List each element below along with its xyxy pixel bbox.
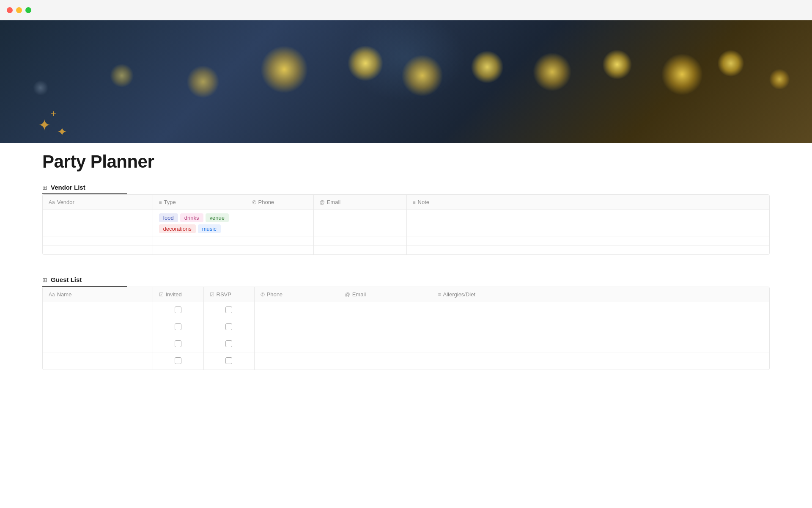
tag-decorations[interactable]: decorations [159, 224, 196, 233]
guest-col-icon-phone: ✆ [261, 292, 265, 298]
sparkle-icon-2: ✦ [57, 126, 67, 138]
vendor-cell-note[interactable] [406, 210, 525, 237]
vendor-cell-name[interactable] [43, 210, 153, 237]
vendor-cell-email-2[interactable] [313, 237, 406, 246]
guest-col-icon-name: Aa [49, 292, 55, 298]
rsvp-checkbox-4[interactable] [225, 357, 232, 364]
sparkle-icon-1: ✦ [38, 118, 51, 133]
vendor-col-icon-type: ≡ [159, 199, 162, 205]
vendor-col-type: ≡Type [153, 195, 246, 210]
vendor-section-header: ⊞ Vendor List [42, 184, 127, 194]
guest-cell-rsvp-4[interactable] [203, 353, 254, 370]
guest-cell-phone-3[interactable] [254, 336, 339, 353]
guest-table-row [43, 336, 769, 353]
vendor-table-row [43, 246, 769, 255]
hero-image: ✦ ✦ + [0, 20, 812, 143]
guest-col-icon-email: @ [345, 292, 350, 298]
guest-cell-rsvp-3[interactable] [203, 336, 254, 353]
guest-cell-extra-3 [542, 336, 769, 353]
rsvp-checkbox-2[interactable] [225, 323, 232, 330]
vendor-col-icon-email: @ [320, 199, 325, 205]
vendor-col-icon-vendor: Aa [49, 199, 55, 205]
guest-cell-name-3[interactable] [43, 336, 153, 353]
invited-checkbox-1[interactable] [175, 306, 181, 313]
vendor-cell-extra-3 [525, 246, 769, 255]
guest-cell-invited-4[interactable] [153, 353, 203, 370]
guest-col-icon-rsvp: ☑ [210, 292, 214, 298]
vendor-cell-phone-3[interactable] [246, 246, 313, 255]
guest-cell-extra-2 [542, 319, 769, 336]
sparkle-icon-3: + [51, 109, 56, 119]
guest-cell-invited-1[interactable] [153, 302, 203, 319]
guest-cell-allergies-1[interactable] [432, 302, 542, 319]
guest-col-icon-allergies: ≡ [438, 292, 441, 298]
guest-cell-invited-3[interactable] [153, 336, 203, 353]
invited-checkbox-3[interactable] [175, 340, 181, 347]
vendor-col-extra [525, 195, 769, 210]
guest-cell-allergies-2[interactable] [432, 319, 542, 336]
guest-cell-name-2[interactable] [43, 319, 153, 336]
guest-cell-name-1[interactable] [43, 302, 153, 319]
guest-cell-email-4[interactable] [339, 353, 432, 370]
vendor-cell-extra-2 [525, 237, 769, 246]
vendor-cell-note-3[interactable] [406, 246, 525, 255]
guest-cell-phone-4[interactable] [254, 353, 339, 370]
guest-cell-extra-1 [542, 302, 769, 319]
vendor-cell-type-2[interactable] [153, 237, 246, 246]
tag-venue[interactable]: venue [206, 213, 229, 222]
minimize-button[interactable] [16, 7, 22, 13]
vendor-cell-email[interactable] [313, 210, 406, 237]
guest-cell-email-2[interactable] [339, 319, 432, 336]
invited-checkbox-2[interactable] [175, 323, 181, 330]
guest-cell-name-4[interactable] [43, 353, 153, 370]
vendor-cell-email-3[interactable] [313, 246, 406, 255]
guest-cell-rsvp-2[interactable] [203, 319, 254, 336]
vendor-table-row [43, 237, 769, 246]
guest-cell-invited-2[interactable] [153, 319, 203, 336]
vendor-cell-phone[interactable] [246, 210, 313, 237]
guest-cell-allergies-4[interactable] [432, 353, 542, 370]
vendor-cell-name-3[interactable] [43, 246, 153, 255]
vendor-col-icon-note: ≡ [413, 199, 416, 205]
vendor-cell-name-2[interactable] [43, 237, 153, 246]
main-content: Party Planner ⊞ Vendor List AaVendor ≡Ty… [0, 143, 812, 408]
vendor-cell-extra [525, 210, 769, 237]
guest-table-row [43, 319, 769, 336]
guest-section-title: Guest List [51, 276, 82, 283]
vendor-cell-type: food drinks venue decorations music [153, 210, 246, 237]
guest-cell-rsvp-1[interactable] [203, 302, 254, 319]
guest-table: AaName ☑Invited ☑RSVP ✆Phone @Email [43, 287, 769, 370]
maximize-button[interactable] [25, 7, 31, 13]
vendor-col-icon-phone: ✆ [252, 199, 256, 205]
guest-cell-allergies-3[interactable] [432, 336, 542, 353]
vendor-col-note: ≡Note [406, 195, 525, 210]
close-button[interactable] [7, 7, 13, 13]
vendor-col-phone: ✆Phone [246, 195, 313, 210]
guest-col-extra [542, 287, 769, 302]
guest-col-icon-invited: ☑ [159, 292, 164, 298]
vendor-col-vendor: AaVendor [43, 195, 153, 210]
guest-table-row [43, 353, 769, 370]
invited-checkbox-4[interactable] [175, 357, 181, 364]
vendor-col-email: @Email [313, 195, 406, 210]
guest-cell-phone-2[interactable] [254, 319, 339, 336]
tag-food[interactable]: food [159, 213, 178, 222]
vendor-cell-note-2[interactable] [406, 237, 525, 246]
guest-col-email: @Email [339, 287, 432, 302]
tag-drinks[interactable]: drinks [180, 213, 203, 222]
tag-music[interactable]: music [198, 224, 221, 233]
page-title: Party Planner [42, 152, 770, 172]
vendor-cell-phone-2[interactable] [246, 237, 313, 246]
vendor-table: AaVendor ≡Type ✆Phone @Email ≡Note [43, 195, 769, 254]
guest-cell-email-1[interactable] [339, 302, 432, 319]
guest-cell-phone-1[interactable] [254, 302, 339, 319]
guest-table-header-row: AaName ☑Invited ☑RSVP ✆Phone @Email [43, 287, 769, 302]
titlebar [0, 0, 812, 20]
guest-cell-email-3[interactable] [339, 336, 432, 353]
rsvp-checkbox-1[interactable] [225, 306, 232, 313]
rsvp-checkbox-3[interactable] [225, 340, 232, 347]
vendor-cell-type-3[interactable] [153, 246, 246, 255]
guest-col-allergies: ≡Allergies/Diet [432, 287, 542, 302]
vendor-tag-cell: food drinks venue decorations music [153, 210, 246, 237]
vendor-table-row: food drinks venue decorations music [43, 210, 769, 237]
